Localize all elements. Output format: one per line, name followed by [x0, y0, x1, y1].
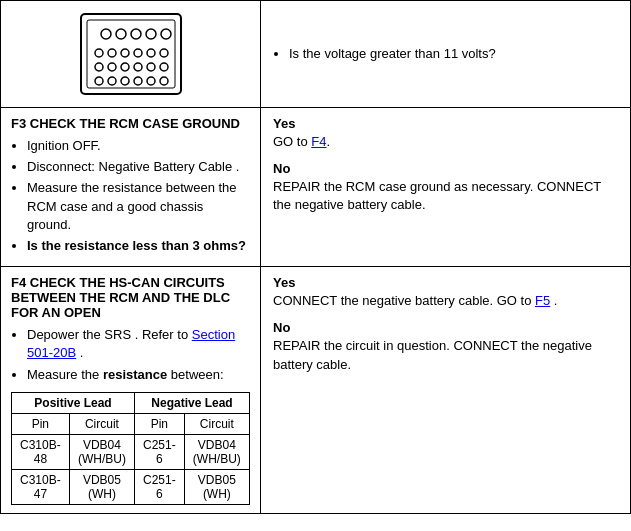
svg-rect-0	[81, 14, 181, 94]
f4-section-link[interactable]: Section 501-20B	[27, 327, 235, 360]
table-row: C310B-48 VDB04 (WH/BU) C251-6 VDB04 (WH/…	[12, 434, 250, 469]
negative-lead-header: Negative Lead	[135, 392, 250, 413]
row1-neg-pin: C251-6	[135, 434, 185, 469]
voltage-check-area: Is the voltage greater than 11 volts?	[261, 1, 630, 107]
f4-step-1: Depower the SRS . Refer to Section 501-2…	[27, 326, 250, 362]
f4-steps-list: Depower the SRS . Refer to Section 501-2…	[27, 326, 250, 384]
svg-point-7	[95, 49, 103, 57]
row2-pos-pin: C310B-47	[12, 469, 70, 504]
f3-yes-label: Yes	[273, 116, 618, 131]
f3-no-text: REPAIR the RCM case ground as necessary.…	[273, 178, 618, 214]
f4-left-col: F4 CHECK THE HS-CAN CIRCUITS BETWEEN THE…	[1, 267, 261, 513]
svg-point-20	[108, 77, 116, 85]
f3-step-4: Is the resistance less than 3 ohms?	[27, 237, 250, 255]
f4-right-col: Yes CONNECT the negative battery cable. …	[261, 267, 630, 513]
col-pos-pin: Pin	[12, 413, 70, 434]
connector-image-area	[1, 1, 261, 107]
svg-point-5	[146, 29, 156, 39]
svg-point-19	[95, 77, 103, 85]
col-neg-circuit: Circuit	[184, 413, 249, 434]
svg-point-8	[108, 49, 116, 57]
table-row: C310B-47 VDB05 (WH) C251-6 VDB05 (WH)	[12, 469, 250, 504]
row2-neg-pin: C251-6	[135, 469, 185, 504]
row2-neg-circuit: VDB05 (WH)	[184, 469, 249, 504]
col-neg-pin: Pin	[135, 413, 185, 434]
svg-point-21	[121, 77, 129, 85]
f3-yes-text: GO to F4.	[273, 133, 618, 151]
svg-point-14	[108, 63, 116, 71]
svg-point-3	[116, 29, 126, 39]
svg-point-11	[147, 49, 155, 57]
f3-left-col: F3 CHECK THE RCM CASE GROUND Ignition OF…	[1, 108, 261, 266]
col-pos-circuit: Circuit	[69, 413, 134, 434]
svg-point-10	[134, 49, 142, 57]
page-container: Is the voltage greater than 11 volts? F3…	[0, 0, 631, 514]
f3-no-label: No	[273, 161, 618, 176]
row1-pos-circuit: VDB04 (WH/BU)	[69, 434, 134, 469]
svg-point-15	[121, 63, 129, 71]
f3-step-1: Ignition OFF.	[27, 137, 250, 155]
f3-header: F3 CHECK THE RCM CASE GROUND	[11, 116, 250, 131]
svg-point-9	[121, 49, 129, 57]
svg-point-22	[134, 77, 142, 85]
svg-point-2	[101, 29, 111, 39]
f3-steps-list: Ignition OFF. Disconnect: Negative Batte…	[27, 137, 250, 255]
f3-section: F3 CHECK THE RCM CASE GROUND Ignition OF…	[0, 107, 631, 266]
svg-point-23	[147, 77, 155, 85]
top-section: Is the voltage greater than 11 volts?	[0, 0, 631, 107]
connector-diagram	[61, 9, 201, 99]
f4-no-text: REPAIR the circuit in question. CONNECT …	[273, 337, 618, 373]
svg-point-13	[95, 63, 103, 71]
svg-point-6	[161, 29, 171, 39]
row1-pos-pin: C310B-48	[12, 434, 70, 469]
f4-yes-text: CONNECT the negative battery cable. GO t…	[273, 292, 618, 310]
f3-step-2: Disconnect: Negative Battery Cable .	[27, 158, 250, 176]
svg-point-4	[131, 29, 141, 39]
row1-neg-circuit: VDB04 (WH/BU)	[184, 434, 249, 469]
f4-no-label: No	[273, 320, 618, 335]
f3-f4-link[interactable]: F4	[311, 134, 326, 149]
f4-yes-label: Yes	[273, 275, 618, 290]
svg-point-18	[160, 63, 168, 71]
voltage-question-list: Is the voltage greater than 11 volts?	[289, 45, 496, 66]
positive-lead-header: Positive Lead	[12, 392, 135, 413]
f4-section: F4 CHECK THE HS-CAN CIRCUITS BETWEEN THE…	[0, 266, 631, 514]
svg-point-12	[160, 49, 168, 57]
f4-f5-link[interactable]: F5	[535, 293, 550, 308]
voltage-question: Is the voltage greater than 11 volts?	[289, 45, 496, 63]
f4-header: F4 CHECK THE HS-CAN CIRCUITS BETWEEN THE…	[11, 275, 250, 320]
svg-point-17	[147, 63, 155, 71]
f3-right-col: Yes GO to F4. No REPAIR the RCM case gro…	[261, 108, 630, 266]
svg-point-16	[134, 63, 142, 71]
f3-step-3: Measure the resistance between the RCM c…	[27, 179, 250, 234]
f4-step-2: Measure the resistance between:	[27, 366, 250, 384]
resistance-table: Positive Lead Negative Lead Pin Circuit …	[11, 392, 250, 505]
svg-point-24	[160, 77, 168, 85]
row2-pos-circuit: VDB05 (WH)	[69, 469, 134, 504]
